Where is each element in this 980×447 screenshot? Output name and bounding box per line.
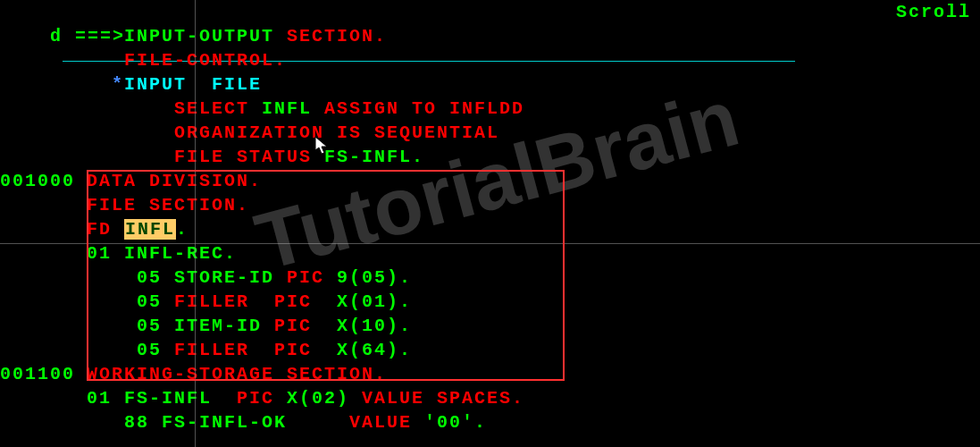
picture: X(02) — [287, 388, 362, 409]
line-number — [0, 48, 87, 72]
level-number: 88 — [124, 412, 162, 433]
level-number: 01 — [87, 388, 124, 409]
code-line[interactable]: 05 FILLER PIC X(01). — [0, 290, 980, 314]
crosshair-horizontal — [0, 243, 980, 244]
line-number — [0, 410, 87, 434]
comment-text: INPUT FILE — [124, 74, 262, 95]
code-line[interactable]: FILE SECTION. — [0, 193, 980, 217]
punct: . — [176, 219, 188, 240]
pf-key-row: ft F2=Split F3=Exit F4=Long F5=Rfind F6 — [0, 433, 980, 447]
picture: X(10). — [337, 316, 412, 336]
level-number: 05 — [137, 340, 174, 360]
code-line[interactable]: *INPUT FILE — [0, 72, 980, 97]
crosshair-vertical — [195, 0, 196, 447]
identifier: FS-INFL — [124, 388, 237, 409]
code-line[interactable]: INPUT-OUTPUT SECTION. — [0, 24, 980, 48]
line-number — [0, 266, 87, 290]
line-number — [0, 314, 87, 338]
code-line[interactable]: FILE STATUS FS-INFL. — [0, 145, 980, 169]
highlighted-identifier: INFL — [124, 219, 176, 240]
keyword: INPUT-OUTPUT — [124, 26, 287, 46]
line-number — [0, 290, 87, 314]
keyword: PIC — [287, 267, 337, 288]
line-number — [0, 217, 87, 241]
keyword: FD — [87, 219, 124, 240]
level-number: 01 — [87, 243, 124, 264]
level-number: 05 — [137, 291, 174, 312]
keyword: VALUE — [349, 412, 424, 433]
keyword: PIC — [274, 316, 337, 336]
identifier: FS-INFL-OK — [162, 412, 349, 433]
line-number — [0, 338, 87, 362]
identifier: INFL — [262, 98, 324, 119]
identifier: ITEM-ID — [174, 316, 274, 336]
comment-star: * — [112, 74, 124, 95]
scroll-label: Scroll — [896, 0, 971, 24]
section-keyword: WORKING-STORAGE SECTION. — [87, 364, 387, 384]
keyword: ASSIGN TO INFLDD — [324, 98, 524, 119]
identifier: INFL-REC. — [124, 243, 237, 264]
keyword: PIC — [274, 291, 337, 312]
command-line-row: d ===> Scroll — [0, 0, 980, 24]
line-number — [0, 97, 87, 121]
keyword: VALUE SPACES. — [362, 388, 524, 409]
keyword: FILLER — [174, 291, 274, 312]
line-number — [0, 241, 87, 266]
section-keyword: FILE SECTION. — [87, 195, 249, 215]
code-line[interactable]: 01 INFL-REC. — [0, 241, 980, 266]
keyword: FILE STATUS — [174, 147, 324, 167]
terminal-screen: TutorialBrain d ===> Scroll INPUT-OUTPUT… — [0, 0, 980, 447]
code-line[interactable]: 05 FILLER PIC X(64). — [0, 338, 980, 362]
code-line[interactable]: 001000 DATA DIVISION. — [0, 169, 980, 193]
code-line[interactable]: FD INFL. — [0, 217, 980, 241]
level-number: 05 — [137, 267, 174, 288]
line-number — [0, 24, 87, 48]
line-number: 001000 — [0, 169, 87, 193]
division-keyword: DATA DIVISION. — [87, 171, 262, 191]
line-number — [0, 386, 87, 410]
line-number: 001100 — [0, 362, 87, 386]
keyword: SELECT — [174, 98, 262, 119]
paragraph-name: FILE-CONTROL. — [124, 50, 287, 71]
code-line[interactable]: ORGANIZATION IS SEQUENTIAL — [0, 121, 980, 145]
line-number — [0, 145, 87, 169]
picture: X(01). — [337, 291, 412, 312]
keyword: PIC — [274, 340, 337, 360]
keyword: PIC — [237, 388, 287, 409]
code-line[interactable]: 05 ITEM-ID PIC X(10). — [0, 314, 980, 338]
code-line[interactable]: 001100 WORKING-STORAGE SECTION. — [0, 362, 980, 386]
picture: X(64). — [337, 340, 412, 360]
code-line[interactable]: SELECT INFL ASSIGN TO INFLDD — [0, 97, 980, 121]
identifier: STORE-ID — [174, 267, 287, 288]
line-number — [0, 121, 87, 145]
line-number — [0, 72, 87, 97]
picture: 9(05). — [337, 267, 412, 288]
code-line[interactable]: 88 FS-INFL-OK VALUE '00'. — [0, 410, 980, 434]
literal: '00'. — [424, 412, 487, 433]
code-line[interactable]: 05 STORE-ID PIC 9(05). — [0, 266, 980, 290]
level-number: 05 — [137, 316, 174, 336]
line-number — [0, 193, 87, 217]
code-line[interactable]: 01 FS-INFL PIC X(02) VALUE SPACES. — [0, 386, 980, 410]
keyword: FILLER — [174, 340, 274, 360]
identifier: FS-INFL. — [324, 147, 424, 167]
keyword: ORGANIZATION IS SEQUENTIAL — [174, 122, 499, 143]
section-keyword: SECTION. — [287, 26, 387, 46]
